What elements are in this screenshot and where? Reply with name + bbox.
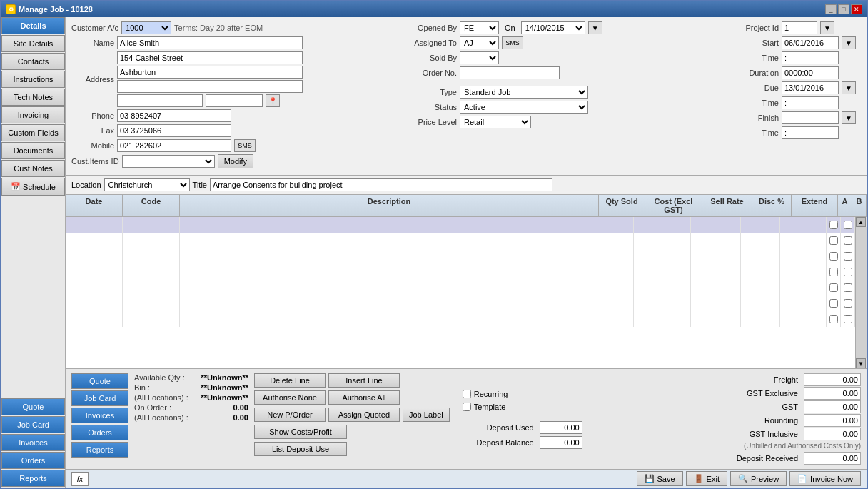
close-button[interactable]: ✕	[851, 4, 862, 14]
project-id-input[interactable]	[782, 21, 817, 34]
name-input[interactable]: Alice Smith	[117, 36, 303, 49]
cell-disc[interactable]	[741, 311, 780, 327]
cell-date[interactable]	[66, 217, 123, 233]
cell-qty[interactable]	[587, 264, 634, 280]
cell-a[interactable]	[827, 233, 841, 248]
sms-button[interactable]: SMS	[234, 139, 256, 152]
cell-qty[interactable]	[587, 248, 634, 264]
template-checkbox[interactable]	[463, 403, 471, 411]
cell-b[interactable]	[841, 233, 855, 248]
cell-sell[interactable]	[691, 264, 741, 280]
cell-sell[interactable]	[691, 311, 741, 327]
cell-extend[interactable]	[780, 217, 827, 233]
order-no-input[interactable]	[460, 66, 560, 79]
deposit-balance-input[interactable]	[540, 436, 582, 449]
authorise-none-button[interactable]: Authorise None	[254, 390, 326, 405]
authorise-all-button[interactable]: Authorise All	[328, 390, 400, 405]
cell-a[interactable]	[827, 217, 841, 233]
minimize-button[interactable]: _	[825, 4, 837, 14]
assigned-sms-button[interactable]: SMS	[502, 36, 523, 49]
cell-date[interactable]	[66, 233, 123, 248]
finish-date-picker[interactable]: ▼	[842, 111, 856, 124]
project-id-picker[interactable]: ▼	[820, 21, 834, 34]
cell-b[interactable]	[841, 296, 855, 311]
assigned-to-select[interactable]: AJ	[460, 36, 499, 49]
cell-desc[interactable]	[180, 233, 587, 248]
orders-button[interactable]: Orders	[71, 425, 128, 440]
preview-button[interactable]: 🔍 Preview	[730, 471, 787, 486]
assign-quoted-button[interactable]: Assign Quoted	[328, 408, 400, 422]
start-input[interactable]	[782, 36, 839, 49]
cell-disc[interactable]	[741, 296, 780, 311]
cell-disc[interactable]	[741, 233, 780, 248]
cell-code[interactable]	[123, 217, 180, 233]
cell-cost[interactable]	[634, 248, 691, 264]
due-time-input[interactable]	[782, 96, 839, 109]
cust-items-select[interactable]	[122, 155, 215, 168]
deposit-received-value[interactable]	[804, 452, 861, 465]
cell-extend[interactable]	[780, 311, 827, 327]
recurring-checkbox[interactable]	[463, 390, 471, 398]
quote-button[interactable]: Quote	[71, 373, 128, 389]
phone-input[interactable]	[117, 109, 231, 122]
cell-cost[interactable]	[634, 280, 691, 296]
cell-extend[interactable]	[780, 264, 827, 280]
cell-cost[interactable]	[634, 311, 691, 327]
maximize-button[interactable]: □	[838, 4, 849, 14]
sidebar-item-invoicing[interactable]: Invoicing	[1, 106, 65, 123]
cell-date[interactable]	[66, 311, 123, 327]
new-po-button[interactable]: New P/Order	[254, 408, 326, 422]
sold-by-select[interactable]	[460, 51, 499, 64]
sidebar-item-tech-notes[interactable]: Tech Notes	[1, 89, 65, 106]
cell-date[interactable]	[66, 296, 123, 311]
cell-qty[interactable]	[587, 233, 634, 248]
sidebar-item-job-card[interactable]: Job Card	[1, 416, 65, 433]
cell-disc[interactable]	[741, 217, 780, 233]
exit-button[interactable]: 🚪 Exit	[686, 471, 727, 486]
cell-a[interactable]	[827, 264, 841, 280]
cell-sell[interactable]	[691, 248, 741, 264]
cell-date[interactable]	[66, 248, 123, 264]
scroll-up-button[interactable]: ▲	[856, 217, 866, 227]
cell-cost[interactable]	[634, 296, 691, 311]
sidebar-item-quote[interactable]: Quote	[1, 398, 65, 415]
address-line4[interactable]	[117, 94, 203, 107]
sidebar-item-contacts[interactable]: Contacts	[1, 53, 65, 70]
cell-code[interactable]	[123, 296, 180, 311]
cell-desc[interactable]	[180, 296, 587, 311]
freight-value[interactable]	[804, 373, 861, 386]
on-date-select[interactable]: 14/10/2015	[521, 21, 585, 34]
cell-cost[interactable]	[634, 233, 691, 248]
cell-qty[interactable]	[587, 280, 634, 296]
invoices-button[interactable]: Invoices	[71, 408, 128, 423]
fax-input[interactable]	[117, 124, 231, 137]
cell-a[interactable]	[827, 311, 841, 327]
opened-by-select[interactable]: FE	[460, 21, 499, 34]
cell-desc[interactable]	[180, 280, 587, 296]
job-card-button[interactable]: Job Card	[71, 390, 128, 406]
insert-line-button[interactable]: Insert Line	[328, 373, 400, 388]
cell-cost[interactable]	[634, 264, 691, 280]
sidebar-item-custom-fields[interactable]: Custom Fields	[1, 124, 65, 141]
cell-b[interactable]	[841, 280, 855, 296]
cell-extend[interactable]	[780, 296, 827, 311]
sidebar-item-details[interactable]: Details	[1, 17, 65, 34]
title-input[interactable]	[210, 178, 552, 191]
cell-sell[interactable]	[691, 296, 741, 311]
sidebar-item-instructions[interactable]: Instructions	[1, 71, 65, 88]
cell-a[interactable]	[827, 248, 841, 264]
modify-button[interactable]: Modify	[218, 154, 253, 168]
save-button[interactable]: 💾 Save	[637, 471, 683, 486]
fx-button[interactable]: fx	[71, 472, 89, 486]
cell-disc[interactable]	[741, 280, 780, 296]
show-costs-button[interactable]: Show Costs/Profit	[254, 425, 347, 439]
gst-value[interactable]	[804, 400, 861, 413]
cell-disc[interactable]	[741, 264, 780, 280]
job-label-button[interactable]: Job Label	[403, 408, 450, 422]
finish-input[interactable]	[782, 111, 839, 124]
cell-code[interactable]	[123, 233, 180, 248]
cell-b[interactable]	[841, 311, 855, 327]
location-select[interactable]: Christchurch	[104, 178, 190, 191]
sidebar-item-documents[interactable]: Documents	[1, 142, 65, 159]
cell-a[interactable]	[827, 296, 841, 311]
